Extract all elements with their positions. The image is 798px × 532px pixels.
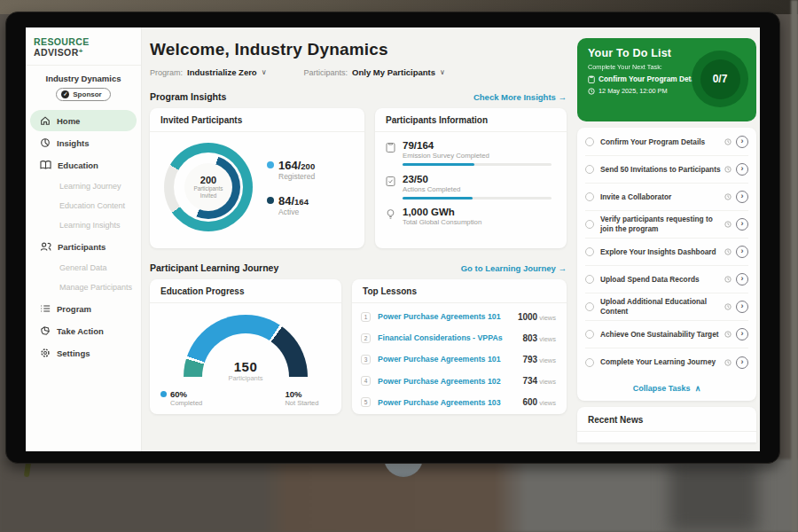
task-row[interactable]: Achieve One Sustainability Target ›: [585, 321, 748, 348]
task-label: Achieve One Sustainability Target: [600, 330, 721, 340]
sidebar-item-label: Education Content: [59, 201, 125, 210]
task-row[interactable]: Invite a Collaborator ›: [585, 184, 748, 211]
clock-icon: [588, 88, 595, 95]
sidebar-item-learning-journey[interactable]: Learning Journey: [30, 176, 137, 196]
clock-icon: [724, 331, 732, 338]
lesson-row: 1 Power Purchase Agreements 101 1000 vie…: [352, 306, 567, 327]
task-row[interactable]: Verify participants requesting to join t…: [585, 211, 748, 239]
task-row[interactable]: Upload Spend Data Records ›: [585, 266, 748, 293]
participants-information-body: 79/164 Emission Survey Completed 23/50 A…: [375, 132, 567, 226]
card-title: Top Lessons: [352, 279, 567, 303]
insights-cards-row: Invited Participants 200 ParticipantsInv…: [150, 108, 567, 248]
task-row[interactable]: Confirm Your Program Details ›: [585, 129, 748, 156]
sidebar-item-participants[interactable]: Participants: [30, 236, 137, 257]
lesson-row: 3 Power Purchase Agreements 101 793 view…: [352, 348, 567, 370]
task-label: Confirm Your Program Details: [600, 137, 721, 147]
page-title: Welcome, Industry Dynamics: [150, 40, 567, 59]
task-checkbox[interactable]: [585, 220, 594, 229]
chevron-right-icon[interactable]: ›: [736, 246, 748, 258]
task-checkbox[interactable]: [585, 192, 594, 201]
chevron-right-icon[interactable]: ›: [736, 301, 748, 313]
participants-filter-label: Participants:: [304, 68, 348, 77]
chevron-right-icon[interactable]: ›: [736, 273, 748, 286]
gauge-center: 150 Participants: [180, 359, 311, 382]
lesson-views: 793 views: [522, 355, 556, 364]
progress-bar: [403, 197, 552, 200]
chevron-right-icon[interactable]: ›: [736, 136, 748, 148]
legend-dot: [267, 161, 274, 168]
lesson-views: 803 views: [522, 333, 556, 343]
lesson-views: 1000 views: [518, 312, 556, 322]
top-lessons-card: Top Lessons 1 Power Purchase Agreements …: [352, 279, 567, 414]
check-more-insights-link[interactable]: Check More Insights →: [473, 92, 567, 102]
task-checkbox[interactable]: [585, 330, 594, 339]
sponsor-badge[interactable]: ✓ Sponsor: [56, 88, 110, 101]
clipboard-icon: [588, 75, 595, 83]
sidebar-item-education[interactable]: Education: [30, 154, 137, 176]
sidebar-item-label: Learning Insights: [59, 221, 121, 230]
task-row[interactable]: Upload Additional Educational Content ›: [585, 293, 748, 321]
lesson-link[interactable]: Power Purchase Agreements 103: [378, 398, 522, 407]
recent-news-title: Recent News: [577, 407, 756, 432]
lesson-link[interactable]: Power Purchase Agreements 101: [378, 355, 522, 364]
sidebar-item-label: Settings: [57, 348, 90, 358]
legend-label: Registered: [278, 172, 315, 181]
task-checkbox[interactable]: [585, 137, 594, 146]
collapse-tasks-link[interactable]: Collapse Tasks ∧: [585, 376, 748, 400]
task-row[interactable]: Explore Your Insights Dashboard ›: [585, 239, 748, 266]
task-checkbox[interactable]: [585, 358, 594, 367]
sidebar-item-education-content[interactable]: Education Content: [30, 196, 137, 215]
clipboard-icon: [386, 140, 395, 166]
stat-actions-completed: 23/50 Actions Completed: [386, 174, 554, 200]
legend-value: 84/164: [278, 194, 309, 207]
legend-value: 164/200: [278, 159, 315, 172]
lesson-views: 734 views: [522, 376, 556, 386]
card-title: Participants Information: [375, 108, 567, 132]
lesson-link[interactable]: Power Purchase Agreements 102: [378, 377, 522, 386]
program-insights-header: Program Insights Check More Insights →: [150, 91, 567, 102]
task-label: Explore Your Insights Dashboard: [600, 247, 721, 257]
sidebar-item-general-data[interactable]: General Data: [30, 258, 137, 278]
task-checkbox[interactable]: [585, 247, 594, 256]
task-checkbox[interactable]: [585, 302, 594, 311]
task-row[interactable]: Complete Your Learning Journey ›: [585, 348, 748, 376]
sponsor-badge-label: Sponsor: [73, 90, 101, 98]
task-label: Upload Additional Educational Content: [600, 297, 721, 317]
sidebar-item-label: Participants: [58, 242, 106, 252]
sidebar-item-label: Program: [57, 304, 91, 314]
chevron-right-icon[interactable]: ›: [736, 191, 748, 203]
participants-filter[interactable]: Participants: Only My Participants ∨: [304, 67, 445, 77]
sidebar-item-learning-insights[interactable]: Learning Insights: [30, 215, 137, 235]
progress-bar: [403, 163, 552, 166]
lesson-link[interactable]: Financial Considerations - VPPAs: [378, 333, 522, 342]
sidebar-item-program[interactable]: Program: [30, 298, 137, 319]
donut-center-value: 200: [200, 175, 216, 185]
go-to-learning-journey-link[interactable]: Go to Learning Journey →: [461, 263, 567, 273]
chevron-up-icon: ∧: [695, 384, 701, 393]
chevron-right-icon[interactable]: ›: [736, 356, 748, 369]
backdrop-shadow: [669, 459, 758, 532]
stat-value: 79/164: [403, 140, 552, 151]
lesson-rank: 3: [361, 355, 371, 364]
link-label: Go to Learning Journey: [461, 263, 556, 273]
chevron-right-icon[interactable]: ›: [736, 218, 748, 231]
program-filter[interactable]: Program: Industrialize Zero ∨: [150, 67, 267, 77]
legend-dot: [267, 197, 274, 204]
lesson-link[interactable]: Power Purchase Agreements 101: [378, 312, 518, 321]
insights-icon: [40, 137, 51, 148]
sidebar-item-take-action[interactable]: Take Action: [30, 320, 137, 341]
task-checkbox[interactable]: [585, 165, 594, 174]
sidebar-item-home[interactable]: Home: [30, 110, 137, 131]
sponsor-badge-icon: ✓: [61, 90, 69, 98]
chevron-right-icon[interactable]: ›: [736, 328, 748, 340]
chevron-right-icon[interactable]: ›: [736, 163, 748, 176]
task-checkbox[interactable]: [585, 275, 594, 284]
sidebar-item-settings[interactable]: Settings: [30, 342, 137, 364]
sidebar-item-manage-participants[interactable]: Manage Participants: [30, 278, 137, 297]
legend-item-active: 84/164 Active: [267, 194, 315, 216]
task-row[interactable]: Send 50 Invitations to Participants ›: [585, 156, 748, 184]
lesson-rank: 1: [361, 312, 371, 322]
logo-plus: +: [79, 47, 83, 55]
sidebar-item-insights[interactable]: Insights: [30, 132, 137, 153]
progress-bar-fill: [403, 197, 473, 200]
